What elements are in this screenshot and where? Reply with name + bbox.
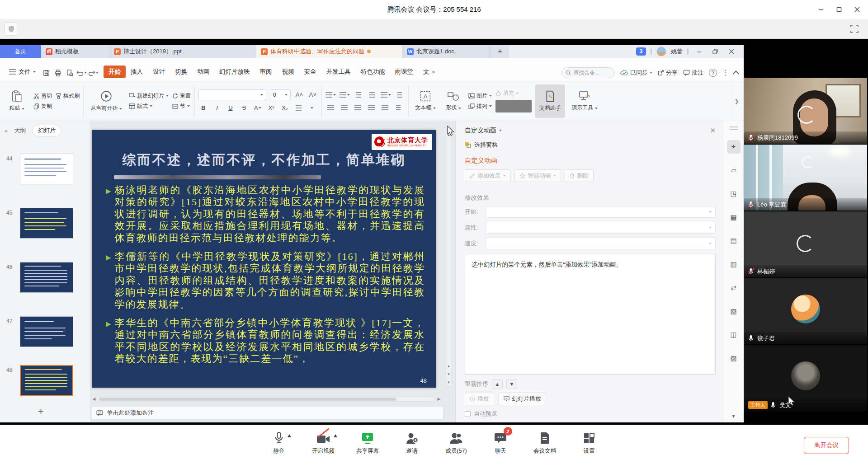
selection-pane-button[interactable]: 选择窗格 [465, 141, 716, 149]
wps-restore-icon[interactable] [709, 47, 721, 56]
undo-icon[interactable] [75, 67, 87, 78]
user-name[interactable]: 姚蕾 [671, 47, 683, 56]
doc-assistant-button[interactable]: 文档助手 [535, 84, 565, 118]
horizontal-scrollbar[interactable] [97, 397, 435, 402]
file-menu[interactable]: 文件 [5, 66, 40, 78]
help-icon[interactable]: ? [709, 69, 717, 77]
color-preview-box[interactable] [495, 100, 532, 112]
shapes-pane-icon[interactable]: ◳ [727, 187, 741, 201]
ribbon-tab-review[interactable]: 审阅 [255, 66, 277, 78]
user-avatar[interactable] [656, 47, 666, 56]
more-options-icon[interactable]: ⋮ [722, 69, 729, 77]
sync-status[interactable]: 已同步 [620, 69, 652, 77]
participant-tile-1[interactable]: 杨震南1812099 [744, 78, 867, 144]
present-tools-button[interactable]: 演示工具 [569, 84, 600, 118]
paste-button[interactable]: 粘贴 [4, 84, 30, 118]
copy-button[interactable]: 复制 [33, 103, 52, 110]
save-icon[interactable] [40, 67, 52, 78]
collapse-ribbon-icon[interactable] [733, 70, 739, 77]
scroll-down-icon[interactable]: ▼ [446, 379, 451, 386]
wps-minimize-icon[interactable] [693, 47, 705, 56]
backstage-pane-icon[interactable]: ▨ [727, 352, 741, 365]
mute-button[interactable]: 静音 [267, 431, 291, 455]
fullscreen-icon[interactable] [848, 23, 861, 35]
slides-tab[interactable]: 幻灯片 [32, 125, 61, 136]
previous-slide-icon[interactable]: ▲ [446, 363, 451, 370]
bold-button[interactable]: B [198, 103, 208, 113]
justify-icon[interactable] [366, 103, 376, 112]
start-select[interactable] [486, 206, 716, 218]
animation-panel-title[interactable]: 自定义动画 [465, 127, 496, 135]
slide-thumbnail-45[interactable] [20, 208, 73, 239]
table-pane-icon[interactable]: ▦ [727, 211, 741, 224]
increase-font-icon[interactable]: A˄ [294, 90, 304, 100]
subscript-button[interactable]: X₂ [280, 103, 290, 113]
close-icon[interactable] [848, 0, 866, 19]
ribbon-tab-home[interactable]: 开始 [104, 66, 126, 78]
tab-home[interactable]: 首页 [0, 45, 41, 58]
fill-button[interactable]: 填充 [495, 89, 519, 97]
ribbon-expand-icon[interactable]: ❯ [733, 84, 740, 118]
invite-button[interactable]: 邀请 [400, 431, 424, 455]
italic-button[interactable]: I [212, 103, 222, 113]
chart-pane-icon[interactable]: ▥ [727, 258, 741, 271]
arrange-button[interactable]: 排列 [468, 103, 492, 110]
slide-thumbnail-46[interactable] [20, 262, 73, 293]
textbox-button[interactable]: A 文本框 [412, 84, 439, 118]
increase-indent-icon[interactable] [367, 90, 377, 100]
meeting-docs-button[interactable]: 会议文档 [533, 431, 557, 455]
reset-slide-button[interactable]: 重置 [172, 92, 191, 100]
doc-count-badge[interactable]: 3 [636, 47, 646, 56]
share-button[interactable]: 分享 [658, 69, 678, 77]
strip-handle-icon[interactable] [730, 127, 738, 130]
slide-thumbnail-48-selected[interactable] [20, 365, 73, 396]
cut-button[interactable]: 剪切 [33, 92, 52, 100]
highlight-button[interactable] [293, 103, 303, 113]
leave-meeting-button[interactable]: 离开会议 [804, 437, 849, 454]
format-painter-button[interactable]: 格式刷 [56, 92, 80, 100]
distribute-icon[interactable] [380, 103, 390, 112]
menu-overflow-icon[interactable]: » [430, 66, 437, 77]
decrease-font-icon[interactable]: A˅ [308, 90, 318, 100]
font-color-button[interactable]: A [253, 103, 263, 113]
slideshow-play-button[interactable]: 幻灯片播放 [499, 393, 546, 405]
next-slide-icon[interactable]: ▼ [446, 371, 451, 378]
slide-canvas[interactable]: 北京体育大学 BEIJING SPORT UNIVERSITY 综而不述，述而不… [92, 130, 436, 388]
panel-close-icon[interactable]: ✕ [710, 127, 716, 135]
ribbon-tab-developer[interactable]: 开发工具 [321, 66, 356, 78]
align-right-icon[interactable] [353, 103, 363, 112]
image-pane-icon[interactable]: ◫ [727, 328, 741, 342]
mic-options-caret[interactable] [288, 434, 291, 437]
outline-tab[interactable]: 大纲 [14, 127, 26, 135]
font-family-combo[interactable] [198, 89, 266, 100]
align-center-icon[interactable] [339, 103, 349, 112]
tab-docer-templates[interactable]: 稻 稻壳模板 [41, 45, 109, 58]
add-effect-button[interactable]: 添加效果 [465, 169, 511, 182]
play-button[interactable]: 播放 [465, 393, 494, 405]
slide-thumbnail-44[interactable] [20, 154, 73, 184]
ribbon-tab-insert[interactable]: 插入 [126, 66, 148, 78]
speed-select[interactable] [486, 238, 716, 249]
chat-button[interactable]: 2 聊天 [489, 431, 512, 455]
share-screen-button[interactable]: 共享屏幕 [356, 431, 379, 455]
layout-pane-icon[interactable]: ▤ [727, 234, 741, 248]
members-button[interactable]: 成员(57) [444, 431, 468, 455]
ribbon-tab-design[interactable]: 设计 [148, 66, 170, 78]
new-slide-button[interactable]: 新建幻灯片 [129, 92, 169, 100]
notes-input[interactable]: 单击此处添加备注 [91, 406, 443, 420]
minimize-icon[interactable] [812, 0, 830, 19]
slide-layout-button[interactable]: 版式 [129, 103, 152, 110]
print-preview-icon[interactable] [64, 67, 75, 78]
decrease-indent-icon[interactable] [354, 90, 363, 100]
swap-pane-icon[interactable]: ⇄ [727, 281, 741, 295]
ribbon-tab-features[interactable]: 特色功能 [356, 66, 390, 78]
picture-button[interactable]: 图片 [468, 92, 492, 100]
comment-button[interactable]: 批注 [683, 69, 703, 77]
delete-effect-button[interactable]: 删除 [565, 169, 594, 182]
smart-animation-button[interactable]: 智能动画 [514, 169, 561, 182]
tab-ppt-sports-research-active[interactable]: P 体育科研中选题、写作应注意的问题 [256, 45, 402, 58]
property-select[interactable] [486, 222, 716, 234]
participant-tile-4[interactable]: 饺子君 [744, 278, 867, 344]
bullet-list-icon[interactable] [326, 90, 336, 100]
auto-preview-checkbox[interactable] [465, 411, 471, 417]
